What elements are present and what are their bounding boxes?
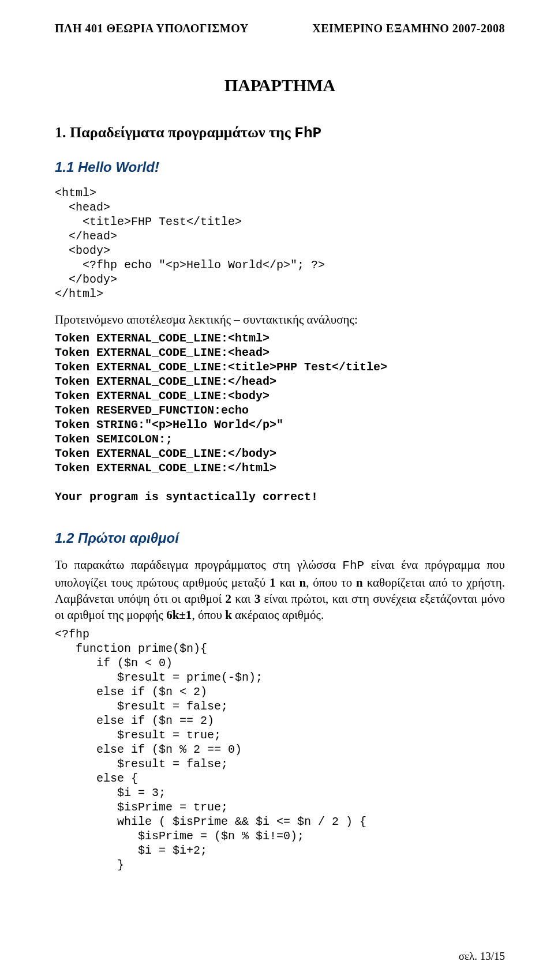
page-header: ΠΛΗ 401 ΘΕΩΡΙΑ ΥΠΟΛΟΓΙΣΜΟΥ ΧΕΙΜΕΡΙΝΟ ΕΞΑ… xyxy=(55,22,505,35)
section-1-number: 1. xyxy=(55,124,66,141)
p12-fhp: FhP xyxy=(342,559,364,572)
p12-num3: 3 xyxy=(254,592,261,606)
section-1-lang: FhP xyxy=(294,125,321,142)
p12-k: k xyxy=(225,608,232,622)
p12-n2: n xyxy=(356,576,363,589)
header-right: ΧΕΙΜΕΡΙΝΟ ΕΞΑΜΗΝΟ 2007-2008 xyxy=(312,22,505,35)
code-prime-function: <?fhp function prime($n){ if ($n < 0) $r… xyxy=(55,627,505,872)
appendix-title: ΠΑΡΑΡΤΗΜΑ xyxy=(55,76,505,95)
token-output: Token EXTERNAL_CODE_LINE:<html> Token EX… xyxy=(55,331,505,504)
p12-tail: ακέραιος αριθμός. xyxy=(232,608,324,622)
lex-intro: Προτεινόμενο αποτέλεσμα λεκτικής – συντα… xyxy=(55,311,505,328)
p12-num1: 1 xyxy=(269,576,276,589)
page-footer: σελ. 13/15 xyxy=(459,950,505,963)
section-1-heading: 1. Παραδείγματα προγραμμάτων της FhP xyxy=(55,124,505,142)
p12-a: Το παρακάτω παράδειγμα προγράμματος στη … xyxy=(55,558,342,572)
section-1-2-heading: 1.2 Πρώτοι αριθμοί xyxy=(55,530,505,546)
code-hello-world: <html> <head> <title>FHP Test</title> </… xyxy=(55,186,505,301)
p12-where: , όπου το xyxy=(306,576,356,589)
section-1-1-heading: 1.1 Hello World! xyxy=(55,159,505,175)
p12-formula: 6k±1 xyxy=(166,608,192,622)
p12-wherek: , όπου xyxy=(192,608,225,622)
header-left: ΠΛΗ 401 ΘΕΩΡΙΑ ΥΠΟΛΟΓΙΣΜΟΥ xyxy=(55,22,249,35)
p12-num2: 2 xyxy=(225,592,231,606)
section-1-2-paragraph: Το παρακάτω παράδειγμα προγράμματος στη … xyxy=(55,557,505,623)
p12-and: και xyxy=(276,576,300,589)
p12-n: n xyxy=(299,576,306,589)
p12-and3: και xyxy=(231,592,254,606)
section-1-label: Παραδείγματα προγραμμάτων της xyxy=(70,124,294,141)
